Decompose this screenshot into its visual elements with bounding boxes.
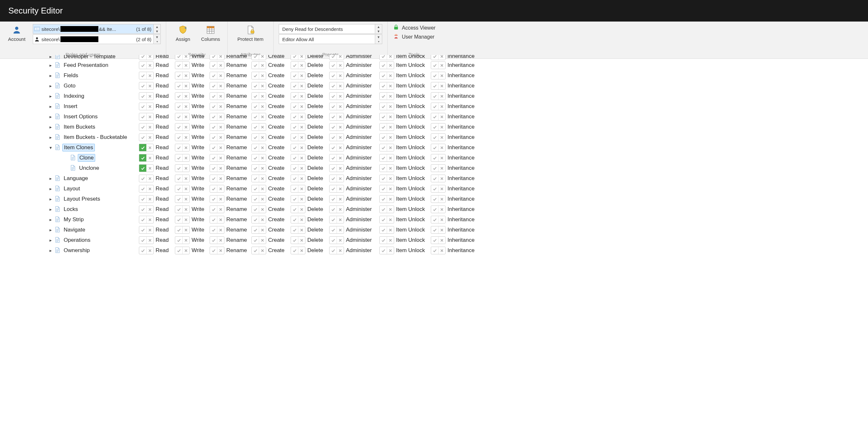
- permission-toggle[interactable]: [379, 72, 394, 80]
- allow-half[interactable]: [431, 72, 438, 79]
- tree-cell[interactable]: ▸Layout: [0, 185, 139, 192]
- allow-half[interactable]: [330, 165, 337, 172]
- permission-toggle[interactable]: [210, 206, 224, 213]
- allow-half[interactable]: [380, 226, 387, 233]
- permission-toggle[interactable]: [251, 216, 266, 223]
- tree-cell[interactable]: ▸Ownership: [0, 247, 139, 254]
- spin-down-icon[interactable]: ▼: [375, 29, 382, 33]
- permission-toggle[interactable]: [251, 236, 266, 244]
- permission-toggle[interactable]: [431, 175, 445, 182]
- deny-half[interactable]: [146, 226, 153, 233]
- allow-half[interactable]: [252, 93, 259, 100]
- allow-half[interactable]: [431, 62, 438, 69]
- permission-toggle[interactable]: [379, 82, 394, 90]
- deny-half[interactable]: [387, 144, 394, 151]
- permission-toggle[interactable]: [139, 82, 154, 90]
- deny-half[interactable]: [438, 123, 445, 130]
- permission-toggle[interactable]: [290, 123, 305, 131]
- permission-toggle[interactable]: [175, 226, 190, 234]
- spin-menu-icon[interactable]: ▾: [154, 39, 160, 44]
- permission-toggle[interactable]: [431, 144, 445, 151]
- deny-half[interactable]: [387, 185, 394, 192]
- tree-cell[interactable]: Unclone: [0, 165, 139, 172]
- allow-half[interactable]: [291, 206, 298, 213]
- permission-toggle[interactable]: [139, 247, 154, 254]
- deny-half[interactable]: [182, 185, 189, 192]
- tree-cell[interactable]: ▸Insert Options: [0, 113, 139, 120]
- deny-half[interactable]: [298, 123, 305, 130]
- deny-half[interactable]: [182, 237, 189, 244]
- deny-half[interactable]: [146, 175, 153, 182]
- deny-half[interactable]: [438, 165, 445, 172]
- deny-half[interactable]: [182, 247, 189, 254]
- deny-half[interactable]: [298, 154, 305, 161]
- permission-toggle[interactable]: [210, 92, 224, 100]
- permission-toggle[interactable]: [329, 133, 344, 141]
- allow-half[interactable]: [210, 237, 217, 244]
- allow-half[interactable]: [210, 62, 217, 69]
- deny-half[interactable]: [182, 113, 189, 120]
- permission-toggle[interactable]: [290, 154, 305, 162]
- caret-right-icon[interactable]: ▸: [48, 186, 53, 191]
- deny-half[interactable]: [182, 154, 189, 161]
- allow-half[interactable]: [175, 195, 182, 203]
- deny-half[interactable]: [217, 185, 224, 192]
- deny-half[interactable]: [337, 103, 344, 110]
- permission-toggle[interactable]: [290, 247, 305, 254]
- allow-half[interactable]: [252, 123, 259, 130]
- allow-half[interactable]: [330, 55, 337, 60]
- allow-half[interactable]: [210, 195, 217, 203]
- allow-half[interactable]: [139, 82, 146, 89]
- spin-up-icon[interactable]: ▲: [154, 25, 160, 29]
- allow-half[interactable]: [291, 134, 298, 141]
- permission-toggle[interactable]: [329, 154, 344, 162]
- tree-label[interactable]: Locks: [62, 206, 79, 213]
- deny-half[interactable]: [217, 62, 224, 69]
- permission-toggle[interactable]: [251, 185, 266, 193]
- permission-toggle[interactable]: [379, 216, 394, 223]
- role-spinner[interactable]: ▲▼: [154, 24, 161, 34]
- spin-up-icon[interactable]: ▲: [375, 25, 382, 29]
- allow-half[interactable]: [291, 216, 298, 223]
- allow-half[interactable]: [330, 226, 337, 233]
- allow-half[interactable]: [210, 82, 217, 89]
- allow-half[interactable]: [252, 247, 259, 254]
- protect-item-button[interactable]: Protect Item: [233, 24, 268, 42]
- deny-half[interactable]: [259, 175, 266, 182]
- deny-half[interactable]: [387, 113, 394, 120]
- deny-half[interactable]: [438, 103, 445, 110]
- allow-half[interactable]: [291, 93, 298, 100]
- allow-half[interactable]: [330, 154, 337, 161]
- deny-half[interactable]: [182, 216, 189, 223]
- permission-toggle[interactable]: [175, 113, 190, 121]
- deny-half[interactable]: [438, 237, 445, 244]
- allow-half[interactable]: [139, 216, 146, 223]
- deny-half[interactable]: [298, 55, 305, 60]
- deny-half[interactable]: [217, 226, 224, 233]
- allow-half[interactable]: [380, 195, 387, 203]
- allow-half[interactable]: [210, 134, 217, 141]
- permission-toggle[interactable]: [251, 226, 266, 234]
- permission-toggle[interactable]: [329, 206, 344, 213]
- allow-half[interactable]: [175, 247, 182, 254]
- permission-toggle[interactable]: [290, 216, 305, 223]
- deny-half[interactable]: [298, 206, 305, 213]
- deny-half[interactable]: [337, 72, 344, 79]
- permission-toggle[interactable]: [379, 226, 394, 234]
- deny-half[interactable]: [387, 82, 394, 89]
- allow-half[interactable]: [431, 144, 438, 151]
- permission-toggle[interactable]: [139, 206, 154, 213]
- deny-half[interactable]: [298, 226, 305, 233]
- allow-half[interactable]: [380, 247, 387, 254]
- permission-toggle[interactable]: [210, 195, 224, 203]
- deny-half[interactable]: [387, 72, 394, 79]
- tree-label[interactable]: Developer - Template: [62, 55, 117, 60]
- permission-toggle[interactable]: [175, 175, 190, 182]
- caret-right-icon[interactable]: ▸: [48, 207, 53, 212]
- permission-toggle[interactable]: [251, 82, 266, 90]
- allow-half[interactable]: [431, 134, 438, 141]
- permission-toggle[interactable]: [210, 185, 224, 193]
- permission-toggle[interactable]: [251, 154, 266, 162]
- deny-half[interactable]: [146, 154, 153, 161]
- deny-half[interactable]: [337, 134, 344, 141]
